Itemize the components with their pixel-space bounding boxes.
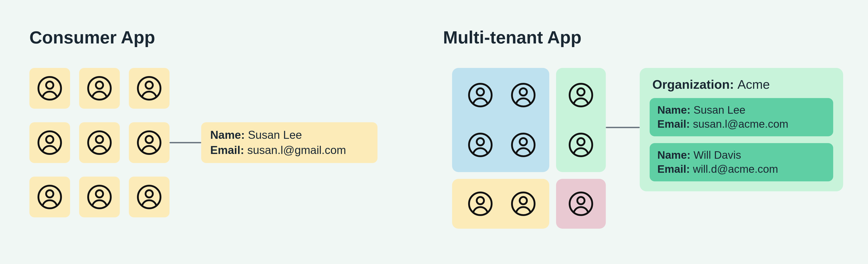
email-label: Email: (657, 163, 693, 175)
svg-point-1 (46, 81, 53, 89)
svg-point-5 (146, 81, 153, 89)
org-label: Organization: (652, 77, 737, 91)
consumer-user-tile (129, 177, 169, 217)
consumer-user-card: Name: Susan Lee Email: susan.l@gmail.com (201, 122, 377, 163)
user-icon (567, 190, 594, 217)
svg-point-31 (477, 197, 484, 204)
consumer-user-tile-selected (129, 122, 169, 163)
name-value: Will Davis (693, 149, 741, 161)
consumer-user-tile (79, 122, 120, 163)
svg-point-11 (146, 136, 153, 143)
svg-point-25 (520, 138, 527, 146)
user-icon (510, 190, 537, 217)
name-label: Name: (210, 129, 248, 141)
user-icon (567, 81, 594, 109)
tenant-user-tile (561, 183, 601, 224)
card-email-row: Email: will.d@acme.com (657, 162, 826, 176)
tenant-user-tile (460, 125, 501, 165)
card-email-row: Email: susan.l@acme.com (657, 117, 826, 131)
org-value: Acme (737, 77, 770, 91)
user-icon (135, 75, 163, 102)
svg-point-7 (46, 136, 53, 143)
svg-point-27 (577, 88, 585, 96)
svg-point-9 (96, 136, 103, 143)
card-email-row: Email: susan.l@gmail.com (210, 143, 368, 158)
name-value: Susan Lee (693, 104, 745, 116)
connector-line (169, 142, 201, 143)
consumer-user-tile (29, 177, 70, 217)
consumer-user-tile (29, 122, 70, 163)
organization-title: Organization: Acme (650, 77, 833, 92)
card-name-row: Name: Susan Lee (657, 103, 826, 117)
tenant-user-tile (561, 75, 601, 115)
user-icon (567, 131, 594, 158)
user-icon (86, 75, 113, 102)
svg-point-21 (520, 88, 527, 96)
email-label: Email: (210, 144, 247, 156)
tenant-user-tile (503, 183, 544, 224)
svg-point-17 (146, 190, 153, 197)
name-label: Name: (657, 149, 693, 161)
user-icon (86, 129, 113, 156)
email-value: will.d@acme.com (693, 163, 778, 175)
tenant-user-tile (460, 75, 501, 115)
name-label: Name: (657, 104, 693, 116)
svg-point-3 (96, 81, 103, 89)
card-name-row: Name: Susan Lee (210, 128, 368, 143)
svg-point-29 (577, 138, 585, 146)
user-icon (467, 190, 494, 217)
consumer-user-tile (79, 177, 120, 217)
tenant-user-tile (503, 125, 544, 165)
user-icon (36, 183, 63, 211)
svg-point-33 (520, 197, 527, 204)
user-icon (510, 131, 537, 158)
svg-point-23 (477, 138, 484, 146)
connector-line (606, 127, 640, 128)
tenant-user-tile (460, 183, 501, 224)
name-value: Susan Lee (248, 129, 302, 141)
email-label: Email: (657, 118, 693, 130)
user-icon (135, 183, 163, 211)
tenant-user-tile (561, 125, 601, 165)
consumer-app-heading: Consumer App (29, 27, 155, 48)
user-icon (467, 131, 494, 158)
user-icon (36, 129, 63, 156)
svg-point-19 (477, 88, 484, 96)
svg-point-35 (577, 197, 585, 204)
user-icon (510, 81, 537, 109)
multitenant-app-heading: Multi-tenant App (443, 27, 581, 48)
tenant-user-tile (503, 75, 544, 115)
user-icon (135, 129, 163, 156)
svg-point-15 (96, 190, 103, 197)
org-member-card: Name: Will Davis Email: will.d@acme.com (650, 143, 833, 181)
consumer-user-tile (79, 68, 120, 109)
user-icon (36, 75, 63, 102)
org-member-card: Name: Susan Lee Email: susan.l@acme.com (650, 98, 833, 136)
user-icon (86, 183, 113, 211)
user-icon (467, 81, 494, 109)
consumer-user-tile (129, 68, 169, 109)
card-name-row: Name: Will Davis (657, 148, 826, 162)
svg-point-13 (46, 190, 53, 197)
email-value: susan.l@acme.com (693, 118, 788, 130)
email-value: susan.l@gmail.com (247, 144, 346, 156)
consumer-user-tile (29, 68, 70, 109)
organization-card: Organization: Acme Name: Susan Lee Email… (640, 68, 843, 191)
